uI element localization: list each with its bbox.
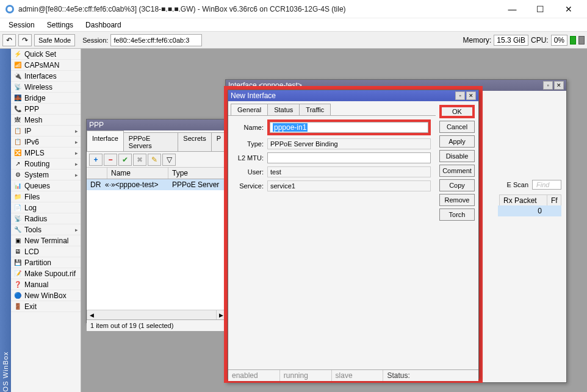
chevron-right-icon: ▸ xyxy=(75,150,78,156)
sidebar-item-ip[interactable]: 📋IP▸ xyxy=(11,126,81,137)
sidebar-item-mpls[interactable]: 🔀MPLS▸ xyxy=(11,148,81,159)
sidebar-item-wireless[interactable]: 📡Wireless xyxy=(11,82,81,93)
sidebar-icon: 🌉 xyxy=(13,94,22,102)
sidebar-item-label: Log xyxy=(24,204,37,212)
sidebar-item-label: Radius xyxy=(24,215,47,223)
sidebar-item-new-winbox[interactable]: 🔵New WinBox xyxy=(11,290,81,301)
redo-button[interactable]: ↷ xyxy=(18,34,32,46)
col-flag[interactable] xyxy=(87,168,107,179)
ni-min-icon[interactable]: ▫ xyxy=(455,91,465,100)
maximize-button[interactable]: ☐ xyxy=(527,1,554,18)
comment-button[interactable]: ✎ xyxy=(148,154,161,166)
tab-interface[interactable]: Interface xyxy=(87,130,124,151)
sidebar-item-quick-set[interactable]: ⚡Quick Set xyxy=(11,49,81,60)
ok-button[interactable]: OK xyxy=(439,105,475,118)
user-field: test xyxy=(267,166,431,177)
minimize-button[interactable]: — xyxy=(499,1,526,18)
apply-button[interactable]: Apply xyxy=(439,135,475,148)
sidebar-item-label: New WinBox xyxy=(24,291,67,300)
sidebar-item-label: CAPsMAN xyxy=(24,61,59,69)
sidebar-item-capsman[interactable]: 📶CAPsMAN xyxy=(11,60,81,71)
disable-button[interactable]: ✖ xyxy=(133,154,146,166)
sidebar-item-manual[interactable]: ❓Manual xyxy=(11,279,81,290)
rail-text: RouterOS WinBox xyxy=(2,352,9,392)
name-field[interactable]: pppoe-in1 xyxy=(270,122,428,133)
status-label: Status: xyxy=(383,370,478,381)
label-type: Type: xyxy=(233,140,267,148)
sidebar-item-ppp[interactable]: 📞PPP xyxy=(11,104,81,115)
filter-button[interactable]: ▽ xyxy=(162,154,176,166)
remove-button[interactable]: Remove xyxy=(439,194,475,206)
row-flag: DR xyxy=(87,179,101,190)
sidebar-item-lcd[interactable]: 🖥LCD xyxy=(11,246,81,257)
disable-button[interactable]: Disable xyxy=(439,150,475,162)
sidebar-item-label: IPv6 xyxy=(24,138,39,146)
sidebar-icon: 📶 xyxy=(13,61,22,69)
sidebar-icon: 🕸 xyxy=(13,116,22,124)
ni-title[interactable]: New Interface ▫ ✕ xyxy=(228,90,478,101)
col-name[interactable]: Name xyxy=(107,168,168,179)
torch-button[interactable]: Torch xyxy=(439,208,475,221)
copy-button[interactable]: Copy xyxy=(439,179,475,191)
sidebar-item-label: Mesh xyxy=(24,116,42,124)
sidebar-item-bridge[interactable]: 🌉Bridge xyxy=(11,93,81,104)
tab-traffic[interactable]: Traffic xyxy=(299,104,331,115)
tab-general[interactable]: General xyxy=(231,104,268,115)
iface-close-icon[interactable]: ✕ xyxy=(554,81,564,90)
ppp-list[interactable]: DR «·»<pppoe-test> PPPoE Server ◀ ▶ xyxy=(87,179,226,319)
chevron-right-icon: ▸ xyxy=(75,161,78,167)
session-field[interactable] xyxy=(110,34,202,46)
col-type[interactable]: Type xyxy=(168,168,226,179)
menu-session[interactable]: Session xyxy=(4,20,40,30)
comment-button[interactable]: Comment xyxy=(439,165,475,177)
label-user: User: xyxy=(233,168,267,176)
sidebar-item-new-terminal[interactable]: ▣New Terminal xyxy=(11,235,81,246)
sidebar-item-ipv6[interactable]: 📋IPv6▸ xyxy=(11,137,81,148)
sidebar-item-radius[interactable]: 📡Radius xyxy=(11,213,81,224)
sidebar-item-log[interactable]: 📄Log xyxy=(11,202,81,213)
ppp-title-text: PPP xyxy=(89,121,104,129)
l2mtu-field[interactable] xyxy=(267,152,431,163)
ppp-tabs: Interface PPPoE Servers Secrets P xyxy=(87,130,226,152)
add-button[interactable]: + xyxy=(89,154,103,166)
tab-status[interactable]: Status xyxy=(267,104,300,115)
ni-close-icon[interactable]: ✕ xyxy=(466,91,476,100)
close-button[interactable]: ✕ xyxy=(555,1,582,18)
sidebar-item-routing[interactable]: ↗Routing▸ xyxy=(11,159,81,169)
top-toolbar: ↶ ↷ Safe Mode Session: Memory: 15.3 GiB … xyxy=(0,32,587,49)
sidebar-item-tools[interactable]: 🔧Tools▸ xyxy=(11,224,81,235)
rx-value: 0 xyxy=(498,205,546,216)
find-input[interactable]: Find xyxy=(532,180,561,190)
chevron-right-icon: ▸ xyxy=(75,128,78,134)
undo-button[interactable]: ↶ xyxy=(2,34,16,46)
iface-min-icon[interactable]: ▫ xyxy=(543,81,553,90)
cancel-button[interactable]: Cancel xyxy=(439,121,475,133)
ppp-window-title[interactable]: PPP xyxy=(87,119,226,130)
sidebar-item-partition[interactable]: 💾Partition xyxy=(11,257,81,268)
tab-pppoe-servers[interactable]: PPPoE Servers xyxy=(123,132,179,151)
sidebar-icon: 🖥 xyxy=(13,248,22,256)
sidebar-item-interfaces[interactable]: 🔌Interfaces xyxy=(11,71,81,82)
table-row[interactable]: DR «·»<pppoe-test> PPPoE Server xyxy=(87,179,226,190)
sidebar-item-files[interactable]: 📁Files xyxy=(11,191,81,202)
sidebar-item-queues[interactable]: 📊Queues xyxy=(11,180,81,191)
sidebar-item-label: IP xyxy=(24,127,31,135)
enable-button[interactable]: ✔ xyxy=(118,154,132,166)
sidebar-icon: ↗ xyxy=(13,160,22,168)
sidebar-item-mesh[interactable]: 🕸Mesh xyxy=(11,115,81,126)
sidebar-icon: 📡 xyxy=(13,83,22,91)
tab-secrets[interactable]: Secrets xyxy=(178,132,211,151)
chevron-right-icon: ▸ xyxy=(75,172,78,178)
sidebar-item-make-supout-rif[interactable]: 📝Make Supout.rif xyxy=(11,268,81,279)
led-green-icon xyxy=(570,36,576,45)
sidebar-item-system[interactable]: ⚙System▸ xyxy=(11,169,81,180)
sidebar-icon: 📝 xyxy=(13,269,22,278)
scroll-left-icon[interactable]: ◀ xyxy=(87,310,96,319)
ppp-hscroll[interactable]: ◀ ▶ xyxy=(87,310,226,319)
remove-button[interactable]: − xyxy=(104,154,117,166)
safe-mode-button[interactable]: Safe Mode xyxy=(34,34,75,46)
menu-dashboard[interactable]: Dashboard xyxy=(81,20,126,30)
ppp-toolbar: + − ✔ ✖ ✎ ▽ xyxy=(87,152,226,168)
sidebar-item-exit[interactable]: 🚪Exit xyxy=(11,301,81,312)
menu-settings[interactable]: Settings xyxy=(42,20,78,30)
